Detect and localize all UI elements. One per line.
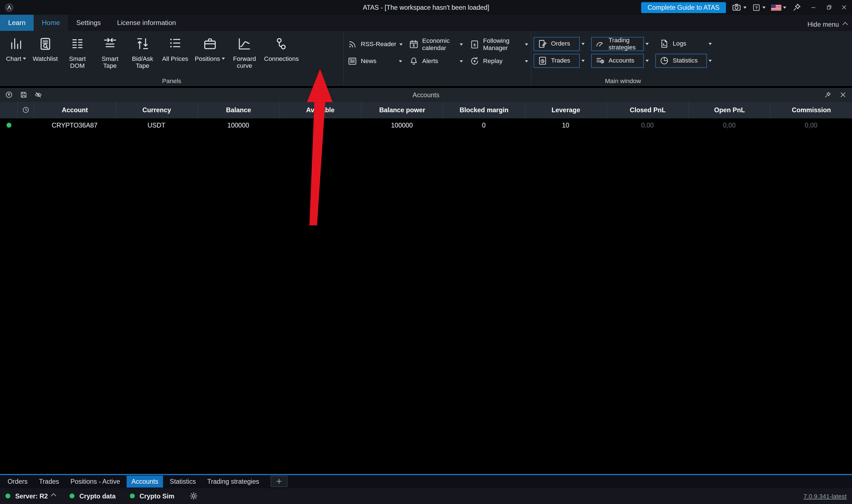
chevron-down-icon[interactable] <box>581 42 585 45</box>
chevron-down-icon[interactable] <box>645 42 649 45</box>
main-window-button-accounts[interactable]: $ Accounts <box>591 53 644 68</box>
workspace: Accounts Account Currency Balance Availa… <box>0 86 852 474</box>
menu-tab-learn[interactable]: Learn <box>0 15 34 31</box>
panel-empty-area <box>0 132 852 474</box>
column-header-leverage[interactable]: Leverage <box>525 102 607 119</box>
plus-icon <box>276 478 282 485</box>
template-icon[interactable] <box>5 91 13 98</box>
chevron-up-icon <box>842 22 848 27</box>
column-header-blocked-margin[interactable]: Blocked margin <box>443 102 525 119</box>
restore-icon[interactable] <box>825 4 832 11</box>
panel-button-smart-tape[interactable]: Smart Tape <box>94 35 126 70</box>
column-header-account[interactable]: Account <box>34 102 116 119</box>
close-icon[interactable] <box>840 4 848 11</box>
button-label: Replay <box>483 58 503 65</box>
chevron-down-icon[interactable] <box>460 60 463 62</box>
chevron-down-icon[interactable] <box>645 59 649 62</box>
column-header-time[interactable] <box>18 102 34 119</box>
minimize-icon[interactable] <box>810 4 817 11</box>
column-header-balance[interactable]: Balance <box>197 102 279 119</box>
screenshot-menu[interactable] <box>731 2 747 13</box>
trades-icon <box>538 55 548 66</box>
version-link[interactable]: 7.0.9.341-latest <box>804 492 847 499</box>
chevron-down-icon[interactable] <box>525 60 528 62</box>
watchlist-icon <box>37 36 53 52</box>
table-row[interactable]: CRYPTO36A87 USDT 100000 100000 0 10 0,00… <box>0 119 852 132</box>
column-header-open-pnl[interactable]: Open PnL <box>688 102 770 119</box>
main-window-button-trades[interactable]: Trades <box>534 53 580 68</box>
language-menu[interactable] <box>771 4 786 11</box>
column-header-status[interactable] <box>0 102 18 119</box>
panel-button-positions[interactable]: Positions <box>191 35 228 64</box>
panel-button-smart-dom[interactable]: Smart DOM <box>61 35 94 70</box>
tab-orders[interactable]: Orders <box>3 475 33 487</box>
chevron-down-icon[interactable] <box>709 59 712 62</box>
hide-menu-button[interactable]: Hide menu <box>807 21 847 28</box>
ribbon-button-following-manager[interactable]: $ Following Manager <box>466 36 532 53</box>
gear-icon[interactable] <box>189 491 199 501</box>
main-window-button-orders[interactable]: Orders <box>534 37 580 51</box>
column-header-currency[interactable]: Currency <box>116 102 197 119</box>
pin-icon[interactable] <box>824 91 832 98</box>
server-selector[interactable]: Server: R2 <box>15 492 56 500</box>
chevron-down-icon[interactable] <box>23 58 26 60</box>
menu-tab-settings[interactable]: Settings <box>68 15 109 31</box>
us-flag-icon <box>771 4 781 11</box>
panel-button-chart[interactable]: Chart <box>3 35 30 64</box>
tab-positions-active[interactable]: Positions - Active <box>66 475 125 487</box>
complete-guide-button[interactable]: Complete Guide to ATAS <box>641 2 726 13</box>
panel-button-connections[interactable]: Connections <box>261 35 302 64</box>
column-header-balance-power[interactable]: Balance power <box>361 102 443 119</box>
connection-crypto-data[interactable]: Crypto data <box>79 492 116 500</box>
eye-slash-icon[interactable] <box>34 91 42 98</box>
accounts-panel: Accounts Account Currency Balance Availa… <box>0 88 852 474</box>
panel-button-bid-ask-tape[interactable]: Bid/Ask Tape <box>126 35 159 70</box>
menu-tab-home[interactable]: Home <box>34 15 68 31</box>
chevron-down-icon[interactable] <box>399 60 402 62</box>
chevron-down-icon[interactable] <box>460 43 463 45</box>
column-header-commission[interactable]: Commission <box>770 102 852 119</box>
button-label: Forward curve <box>231 55 258 69</box>
chevron-down-icon[interactable] <box>525 43 528 45</box>
currency-cell: USDT <box>116 122 197 129</box>
ribbon-button-replay[interactable]: Replay <box>466 53 532 70</box>
pin-icon[interactable] <box>792 2 802 13</box>
tab-trades[interactable]: Trades <box>34 475 64 487</box>
chevron-down-icon[interactable] <box>709 42 712 45</box>
column-header-closed-pnl[interactable]: Closed PnL <box>607 102 688 119</box>
tab-accounts[interactable]: Accounts <box>126 475 163 487</box>
ribbon-button-rss-reader[interactable]: RSS-Reader <box>344 36 405 53</box>
button-label: Following Manager <box>483 38 522 51</box>
panel-button-all-prices[interactable]: All Prices <box>159 35 191 64</box>
accounts-panel-header: Accounts <box>0 88 852 102</box>
button-label: Orders <box>551 40 570 47</box>
bell-icon <box>408 56 419 66</box>
svg-text:$: $ <box>602 60 603 63</box>
chevron-down-icon[interactable] <box>400 43 403 45</box>
ribbon-button-news[interactable]: News <box>344 53 405 70</box>
panel-button-watchlist[interactable]: Watchlist <box>30 35 61 64</box>
panel-button-forward-curve[interactable]: Forward curve <box>228 35 261 70</box>
ribbon-button-economic-calendar[interactable]: $ Economic calendar <box>405 36 466 53</box>
close-icon[interactable] <box>839 91 847 98</box>
news-icon <box>347 56 358 66</box>
main-window-button-trading-strategies[interactable]: Trading strategies <box>591 37 644 51</box>
status-bar: Server: R2 Crypto data Crypto Sim 7.0.9.… <box>0 488 852 504</box>
connection-crypto-sim[interactable]: Crypto Sim <box>140 492 174 500</box>
menu-tab-license-information[interactable]: License information <box>109 15 184 31</box>
chevron-down-icon[interactable] <box>581 59 585 62</box>
main-window-button-logs[interactable]: Logs <box>656 37 707 51</box>
save-icon[interactable] <box>19 91 28 98</box>
tab-trading-strategies[interactable]: Trading strategies <box>203 475 264 487</box>
ribbon: Chart Watchlist Smart DOM Smart Tape Bid… <box>0 31 852 86</box>
clock-icon <box>22 106 30 114</box>
help-menu[interactable]: ? <box>752 3 766 12</box>
blocked-margin-cell: 0 <box>443 122 525 129</box>
chevron-down-icon[interactable] <box>222 58 225 60</box>
column-header-available[interactable]: Available <box>279 102 361 119</box>
main-window-button-statistics[interactable]: Statistics <box>656 53 707 68</box>
rss-icon <box>347 39 358 50</box>
tab-statistics[interactable]: Statistics <box>165 475 201 487</box>
ribbon-button-alerts[interactable]: Alerts <box>405 53 466 70</box>
add-tab-button[interactable] <box>271 476 288 487</box>
